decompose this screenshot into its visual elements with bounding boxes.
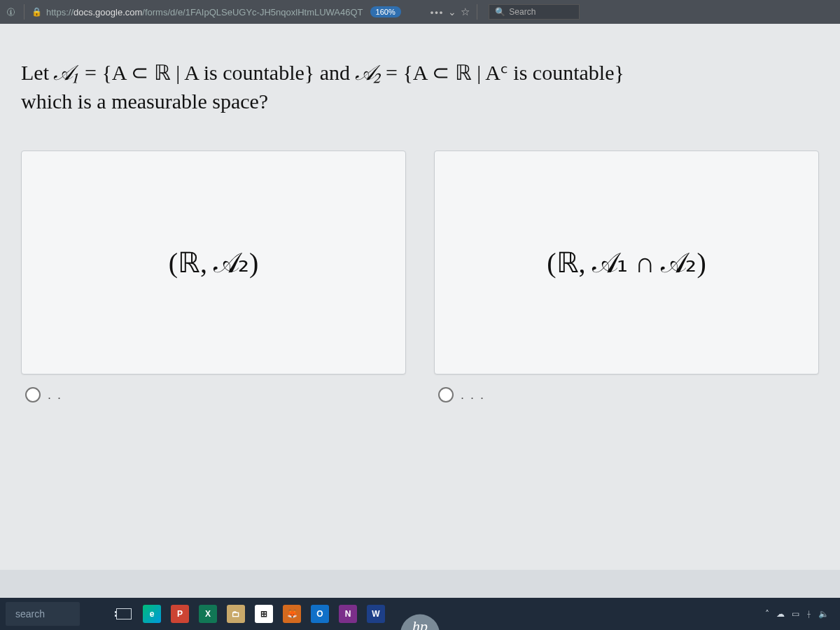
search-placeholder: Search — [509, 7, 536, 17]
tray-cloud-icon[interactable]: ☁ — [776, 609, 785, 619]
q-part3: = {A ⊂ ℝ | Aᶜ is countable} — [386, 61, 624, 84]
url-display[interactable]: https://docs.google.com/forms/d/e/1FAIpQ… — [46, 7, 363, 18]
pocket-icon[interactable]: ⌄ — [448, 6, 456, 18]
firefox-icon[interactable]: 🦊 — [280, 602, 304, 626]
option-2-label: . . . — [461, 388, 485, 402]
store-icon[interactable]: ⊞ — [252, 602, 276, 626]
radio-icon[interactable] — [438, 387, 454, 402]
edge-icon[interactable]: e — [140, 602, 164, 626]
url-domain: docs.google.com — [74, 7, 142, 18]
bookmark-star-icon[interactable]: ☆ — [461, 6, 470, 18]
browser-search-box[interactable]: 🔍 Search — [489, 4, 580, 20]
radio-icon[interactable] — [25, 387, 41, 402]
lock-icon[interactable]: 🔒 — [31, 7, 42, 17]
divider — [477, 4, 477, 20]
url-path: /forms/d/e/1FAIpQLSeUGYc-JH5nqoxlHtmLUWA… — [142, 7, 363, 18]
option-1-label: . . — [48, 388, 62, 402]
option-1-card[interactable]: (ℝ, 𝒜₂) — [21, 150, 406, 374]
outlook-icon[interactable]: O — [308, 602, 332, 626]
cortana-icon[interactable] — [84, 602, 108, 626]
option-2-math: (ℝ, 𝒜₁ ∩ 𝒜₂) — [547, 246, 706, 279]
q-part1: Let — [21, 61, 54, 84]
excel-icon[interactable]: X — [196, 602, 220, 626]
powerpoint-icon[interactable]: P — [168, 602, 192, 626]
q-line2: which is a measurable space? — [21, 90, 268, 113]
word-icon[interactable]: W — [364, 602, 388, 626]
browser-address-bar: 🛈 🔒 https://docs.google.com/forms/d/e/1F… — [0, 0, 840, 24]
option-2: (ℝ, 𝒜₁ ∩ 𝒜₂) . . . — [434, 150, 819, 402]
option-1: (ℝ, 𝒜₂) . . — [21, 150, 406, 402]
tray-wifi-icon[interactable]: ⟊ — [806, 609, 811, 619]
zoom-badge[interactable]: 160% — [370, 6, 401, 18]
q-A1: 𝒜₁ — [54, 61, 79, 84]
taskbar-search-placeholder: search — [15, 608, 45, 620]
divider — [24, 4, 24, 20]
tray-chevron-icon[interactable]: ˄ — [765, 609, 769, 619]
taskbar-search[interactable]: search — [6, 602, 80, 626]
q-part2: = {A ⊂ ℝ | A is countable} and — [85, 61, 356, 84]
tray-volume-icon[interactable]: 🔈 — [818, 609, 829, 619]
option-2-card[interactable]: (ℝ, 𝒜₁ ∩ 𝒜₂) — [434, 150, 819, 374]
page-actions-icon[interactable]: ••• — [430, 7, 444, 18]
hp-logo-text: hp — [412, 617, 428, 630]
q-A2: 𝒜₂ — [356, 61, 381, 84]
option-1-radio-row[interactable]: . . — [21, 387, 62, 402]
system-tray[interactable]: ˄ ☁ ▭ ⟊ 🔈 — [765, 609, 834, 619]
options-grid: (ℝ, 𝒜₂) . . (ℝ, 𝒜₁ ∩ 𝒜₂) . . . — [21, 150, 819, 402]
task-view-icon[interactable] — [112, 602, 136, 626]
form-content: Let 𝒜₁ = {A ⊂ ℝ | A is countable} and 𝒜₂… — [0, 24, 840, 570]
question-text: Let 𝒜₁ = {A ⊂ ℝ | A is countable} and 𝒜₂… — [21, 59, 819, 115]
tray-battery-icon[interactable]: ▭ — [792, 609, 799, 619]
url-protocol: https:// — [46, 7, 74, 18]
option-2-radio-row[interactable]: . . . — [434, 387, 485, 402]
search-icon: 🔍 — [495, 7, 505, 17]
option-1-math: (ℝ, 𝒜₂) — [169, 246, 259, 279]
file-explorer-icon[interactable]: 🗀 — [224, 602, 248, 626]
onenote-icon[interactable]: N — [336, 602, 360, 626]
tracking-shield-icon[interactable]: 🛈 — [4, 6, 17, 18]
